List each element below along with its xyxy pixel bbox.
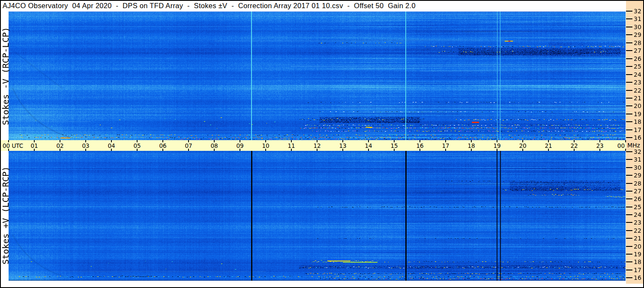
hour-label: 19 [493, 142, 500, 149]
spectrogram-top-canvas [9, 12, 626, 140]
hour-label: 23 [596, 142, 603, 149]
hour-label: 20 [519, 142, 526, 149]
ylabel-stokes-minus-v: Stokes -V (RCP-LCP) [0, 27, 11, 125]
hour-label: 15 [390, 142, 398, 149]
hour-label: 16 [416, 142, 423, 149]
hour-label: 02 [56, 142, 63, 149]
spectrograph-window: AJ4CO Observatory 04 Apr 2020 - DPS on T… [0, 0, 644, 288]
hour-tick [625, 149, 626, 151]
hour-label: 10 [262, 142, 269, 149]
time-axis: 00 UTC0102030405060708091011121314151617… [1, 140, 626, 151]
hour-label: 21 [545, 142, 552, 149]
hour-label: 17 [442, 142, 449, 149]
hour-label: 03 [82, 142, 89, 149]
hour-label: 14 [365, 142, 372, 149]
hour-label: 07 [185, 142, 192, 149]
hour-label: 05 [133, 142, 141, 149]
mhz-unit-label: MHz [627, 142, 640, 149]
hour-label: 00 [617, 142, 625, 149]
hour-label: 06 [159, 142, 166, 149]
hour-tick [625, 140, 626, 142]
hour-label: 18 [467, 142, 475, 149]
hour-label: 09 [236, 142, 243, 149]
hour-label: 04 [108, 142, 115, 149]
hour-label: 12 [313, 142, 321, 149]
title-text: AJ4CO Observatory 04 Apr 2020 - DPS on T… [3, 2, 416, 11]
hour-label: 11 [288, 142, 295, 149]
ylabel-stokes-plus-v: Stokes +V (LCP-RCP) [0, 166, 11, 264]
hour-label: 08 [210, 142, 218, 149]
hour-label: 01 [30, 142, 38, 149]
hour-label: 00 UTC [3, 142, 23, 149]
hour-label: 13 [339, 142, 346, 149]
spectrogram-bottom-canvas [9, 151, 626, 281]
hour-label: 22 [570, 142, 578, 149]
